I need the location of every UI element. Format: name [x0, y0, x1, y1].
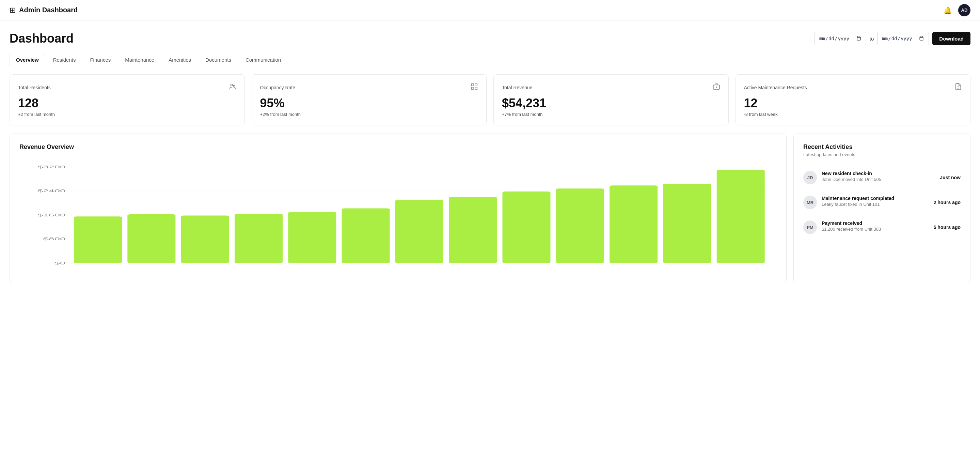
stat-card-value: 95%	[260, 96, 479, 110]
svg-rect-27	[395, 200, 443, 263]
activity-item-pm: PM Payment received $1,200 received from…	[803, 215, 961, 239]
stat-card-total-revenue: Total Revenue $54,231 +7% from last mont…	[493, 74, 729, 125]
svg-text:$0: $0	[54, 261, 65, 265]
stat-card-change: +7% from last month	[502, 112, 720, 117]
stat-card-label: Total Residents	[18, 85, 51, 90]
page-header: Dashboard to Download	[10, 31, 970, 46]
svg-rect-23	[181, 216, 229, 263]
activities-list: JD New resident check-in John Doe moved …	[803, 165, 961, 239]
stat-card-icon	[471, 83, 478, 92]
stat-cards-row: Total Residents 128 +2 from last month O…	[10, 74, 970, 125]
activity-title: Maintenance request completed	[822, 196, 929, 201]
page-title: Dashboard	[10, 31, 73, 46]
header-controls: to Download	[815, 32, 970, 45]
tab-communication[interactable]: Communication	[239, 54, 287, 66]
activity-title: Payment received	[822, 220, 929, 226]
stat-card-icon	[955, 83, 962, 92]
activity-item-mr: MR Maintenance request completed Leaky f…	[803, 190, 961, 215]
tab-maintenance[interactable]: Maintenance	[118, 54, 161, 66]
activity-avatar: PM	[803, 220, 817, 234]
tab-overview[interactable]: Overview	[10, 54, 45, 66]
activity-time: Just now	[940, 175, 961, 180]
svg-rect-5	[475, 87, 477, 89]
activity-description: $1,200 received from Unit 303	[822, 226, 929, 232]
tab-bar: OverviewResidentsFinancesMaintenanceAmen…	[10, 54, 970, 66]
svg-text:$800: $800	[43, 237, 65, 241]
svg-text:$3200: $3200	[37, 165, 66, 169]
stat-card-occupancy-rate: Occupancy Rate 95% +2% from last month	[251, 74, 487, 125]
navbar-right: 🔔 AD	[943, 4, 970, 16]
navbar-left: ⊞ Admin Dashboard	[10, 6, 78, 14]
stat-card-label: Occupancy Rate	[260, 85, 296, 90]
stat-card-change: +2 from last month	[18, 112, 236, 117]
activity-avatar: JD	[803, 171, 817, 184]
stat-card-value: 12	[744, 96, 962, 110]
svg-rect-30	[556, 188, 604, 263]
stat-card-icon	[713, 83, 720, 92]
stat-card-header: Total Revenue	[502, 83, 720, 92]
date-from-input[interactable]	[815, 32, 866, 45]
stat-card-active-maintenance: Active Maintenance Requests 12 -3 from l…	[735, 74, 971, 125]
activity-description: Leaky faucet fixed in Unit 101	[822, 202, 929, 207]
activity-content: New resident check-in John Doe moved int…	[822, 171, 935, 182]
svg-rect-28	[449, 197, 497, 263]
activities-subtitle: Latest updates and events	[803, 152, 961, 157]
tab-finances[interactable]: Finances	[83, 54, 117, 66]
activities-title: Recent Activities	[803, 143, 961, 151]
activity-item-jd: JD New resident check-in John Doe moved …	[803, 165, 961, 190]
stat-card-header: Total Residents	[18, 83, 236, 92]
svg-rect-32	[663, 184, 711, 263]
svg-point-0	[231, 84, 232, 86]
date-to-input[interactable]	[877, 32, 929, 45]
stat-card-icon	[229, 83, 236, 92]
chart-wrapper: $0$800$1600$2400$3200	[19, 158, 777, 273]
svg-rect-4	[472, 87, 474, 89]
activity-avatar: MR	[803, 196, 817, 209]
activity-time: 2 hours ago	[934, 200, 961, 205]
activity-time: 5 hours ago	[934, 225, 961, 230]
stat-card-header: Occupancy Rate	[260, 83, 479, 92]
chart-title: Revenue Overview	[19, 143, 777, 151]
date-separator-label: to	[870, 36, 874, 41]
activity-description: John Doe moved into Unit 505	[822, 177, 935, 182]
svg-rect-31	[609, 185, 657, 263]
svg-rect-26	[342, 208, 390, 263]
activity-title: New resident check-in	[822, 171, 935, 176]
stat-card-header: Active Maintenance Requests	[744, 83, 962, 92]
revenue-chart-svg: $0$800$1600$2400$3200	[19, 158, 777, 273]
tab-residents[interactable]: Residents	[47, 54, 83, 66]
bottom-section: Revenue Overview $0$800$1600$2400$3200 R…	[10, 134, 970, 283]
stat-card-value: 128	[18, 96, 236, 110]
activities-card: Recent Activities Latest updates and eve…	[794, 134, 970, 283]
svg-rect-29	[502, 191, 550, 263]
app-title: Admin Dashboard	[19, 6, 78, 14]
svg-text:$2400: $2400	[37, 189, 66, 193]
user-avatar[interactable]: AD	[958, 4, 970, 16]
svg-rect-25	[288, 212, 336, 263]
stat-card-value: $54,231	[502, 96, 720, 110]
svg-rect-24	[235, 214, 283, 263]
notification-bell-icon[interactable]: 🔔	[943, 6, 952, 14]
svg-point-1	[233, 85, 235, 87]
stat-card-change: +2% from last month	[260, 112, 479, 117]
svg-rect-22	[127, 214, 175, 263]
activity-content: Maintenance request completed Leaky fauc…	[822, 196, 929, 207]
tab-documents[interactable]: Documents	[199, 54, 238, 66]
download-button[interactable]: Download	[932, 32, 970, 45]
navbar: ⊞ Admin Dashboard 🔔 AD	[0, 0, 980, 21]
stat-card-label: Active Maintenance Requests	[744, 85, 807, 90]
svg-rect-2	[472, 84, 474, 86]
svg-rect-3	[475, 84, 477, 86]
svg-rect-21	[74, 216, 122, 263]
revenue-chart-card: Revenue Overview $0$800$1600$2400$3200	[10, 134, 787, 283]
tab-amenities[interactable]: Amenities	[162, 54, 197, 66]
main-content: Dashboard to Download OverviewResidentsF…	[0, 21, 980, 294]
app-logo-icon: ⊞	[10, 6, 16, 14]
svg-text:$1600: $1600	[37, 213, 66, 217]
stat-card-total-residents: Total Residents 128 +2 from last month	[10, 74, 245, 125]
activity-content: Payment received $1,200 received from Un…	[822, 220, 929, 232]
stat-card-label: Total Revenue	[502, 85, 533, 90]
stat-card-change: -3 from last week	[744, 112, 962, 117]
svg-rect-33	[717, 170, 765, 263]
